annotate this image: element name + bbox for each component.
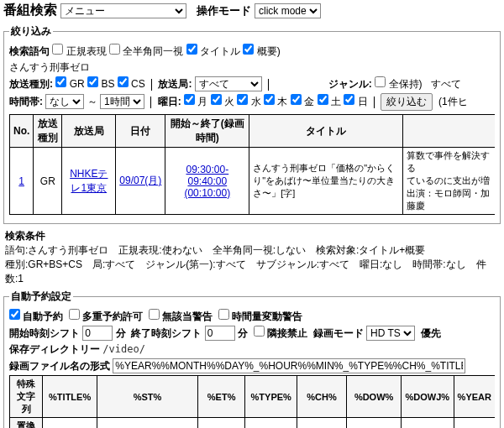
- bs-check[interactable]: [87, 76, 98, 87]
- menu-select[interactable]: メニュー: [60, 3, 186, 18]
- th-no: No.: [10, 115, 34, 148]
- title-check[interactable]: [186, 44, 197, 55]
- title-label: タイトル: [200, 45, 240, 57]
- adjacent-check[interactable]: [254, 326, 265, 337]
- row-no-link[interactable]: 1: [18, 175, 24, 187]
- conditions-label: 検索条件: [5, 230, 45, 242]
- op-mode-label: 操作モード: [197, 3, 251, 18]
- overlap-check[interactable]: [69, 309, 80, 320]
- tue-check[interactable]: [211, 94, 222, 105]
- query-text: さんすう刑事ゼロ: [9, 60, 495, 75]
- autorec-legend: 自動予約設定: [9, 290, 73, 304]
- wed-check[interactable]: [237, 94, 248, 105]
- varlen-check[interactable]: [218, 309, 229, 320]
- row-station-link[interactable]: NHKEテレ1東京: [70, 168, 108, 194]
- th-extra: [402, 115, 495, 148]
- filter-fieldset: 絞り込み 検索語句 正規表現 全半角同一視 タイトル 概要) さんすう刑事ゼロ …: [3, 24, 501, 224]
- format-table: 特殊文字列 %TITLE% %ST% %ET% %TYPE% %CH% %DOW…: [9, 375, 495, 428]
- filter-submit-button[interactable]: 絞り込む: [381, 93, 433, 111]
- tilde: ～: [87, 96, 97, 107]
- conditions-line1: 語句:さんすう刑事ゼロ 正規表現:使わない 全半角同一視:しない 検索対象:タイ…: [5, 244, 425, 256]
- filter-legend: 絞り込み: [9, 24, 53, 39]
- mon-check[interactable]: [184, 94, 195, 105]
- cs-label: CS: [131, 78, 145, 90]
- gr-check[interactable]: [55, 76, 66, 87]
- op-mode-select[interactable]: click mode: [255, 3, 321, 18]
- fullwidth-check[interactable]: [109, 44, 120, 55]
- th-title: タイトル: [249, 115, 402, 148]
- th-time: 開始～終了(録画時間): [165, 115, 249, 148]
- bs-label: BS: [101, 78, 114, 90]
- end-shift-input[interactable]: [205, 326, 235, 341]
- fri-check[interactable]: [291, 94, 302, 105]
- station-select[interactable]: すべて: [195, 76, 262, 91]
- row-time-link[interactable]: 09:30:00-09:40:00(00:10:00): [184, 164, 230, 199]
- savedir-value: /video/: [102, 343, 145, 355]
- duration-select[interactable]: 1時間: [100, 94, 144, 109]
- row-extra: 算数で事件を解決する ているのに支出が増 出演：モロ師岡・加藤慶: [402, 148, 495, 215]
- broadcast-label: 放送種別:: [9, 78, 53, 90]
- table-row: 1 GR NHKEテレ1東京 09/07(月) 09:30:00-09:40:0…: [10, 148, 496, 215]
- thu-check[interactable]: [264, 94, 275, 105]
- regex-label: 正規表現: [66, 45, 107, 57]
- cs-check[interactable]: [118, 76, 129, 87]
- regex-check[interactable]: [52, 44, 63, 55]
- conditions-line2: 種別:GR+BS+CS 局:すべて ジャンル(第一):すべて サブジャンル:すべ…: [5, 258, 486, 284]
- autorec-fieldset: 自動予約設定 自動予約 多重予約許可 無該当警告 時間量変動警告 開始時刻シフト…: [3, 290, 501, 428]
- allkeep-label: 全保持): [389, 78, 423, 90]
- phrase-label: 検索語句: [9, 45, 50, 57]
- page-title: 番組検索: [3, 2, 57, 19]
- sun-check[interactable]: [344, 94, 354, 105]
- all-label: すべて: [431, 78, 461, 90]
- row-title: さんすう刑事ゼロ「価格の"からくり"をあばけ〜単位量当たりの大きさ〜」[字]: [249, 148, 402, 215]
- results-table: No. 放送種別 放送局 日付 開始～終了(録画時間) タイトル 1 GR NH…: [9, 114, 495, 215]
- timezone-from-select[interactable]: なし: [45, 94, 84, 109]
- summary-check[interactable]: [243, 44, 254, 55]
- recmode-select[interactable]: HD TS: [366, 326, 415, 341]
- start-shift-input[interactable]: [82, 326, 113, 341]
- th-station: 放送局: [62, 115, 116, 148]
- timezone-label: 時間帯:: [9, 96, 43, 107]
- summary-label: 概要): [257, 45, 281, 57]
- fname-input[interactable]: [113, 358, 465, 373]
- table-header-row: No. 放送種別 放送局 日付 開始～終了(録画時間) タイトル: [10, 115, 496, 148]
- fullwidth-label: 全半角同一視: [123, 45, 183, 57]
- th-kind: 放送種別: [34, 115, 62, 148]
- autorec-check[interactable]: [9, 309, 20, 320]
- sat-check[interactable]: [318, 94, 328, 105]
- nowarn-check[interactable]: [149, 309, 160, 320]
- row-date-link[interactable]: 09/07(月): [119, 175, 161, 186]
- gr-label: GR: [70, 78, 85, 90]
- th-date: 日付: [116, 115, 165, 148]
- genre-label: ジャンル:: [328, 78, 372, 90]
- row-kind: GR: [34, 148, 62, 215]
- station-label: 放送局:: [158, 78, 192, 90]
- weekday-label: 曜日:: [158, 96, 181, 107]
- allkeep-check[interactable]: [375, 76, 386, 87]
- hits-suffix: (1件ヒ: [438, 96, 468, 107]
